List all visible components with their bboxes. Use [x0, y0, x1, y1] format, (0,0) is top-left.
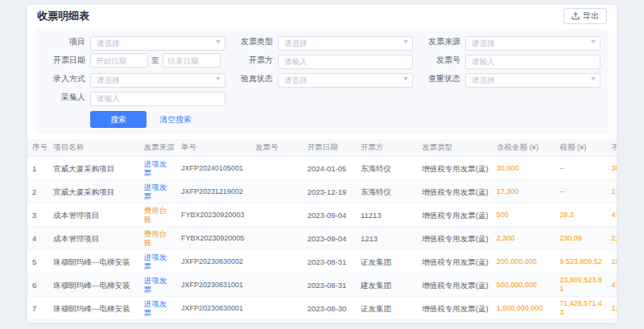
invoice-source-link[interactable]: 费用台账 [144, 229, 167, 247]
cell-issuer: 东海特仪 [356, 157, 417, 180]
cell-type: 增值税专用发票(蓝) [417, 250, 491, 273]
export-button[interactable]: 导出 [564, 8, 607, 24]
cell-amount: 200,000,000 [492, 250, 555, 273]
cell-invoice-no [250, 320, 302, 323]
cell-invoice-no [250, 180, 302, 204]
cell-amount: 17,300 [492, 180, 555, 204]
issuer-input-wrap [278, 53, 413, 68]
entry-method-label: 录入方式 [43, 73, 85, 84]
cell-invoice-no [250, 204, 302, 227]
cell-date: 2023-09-04 [303, 227, 356, 250]
cell-source: 进项发票 [139, 157, 176, 180]
collector-input[interactable] [90, 92, 225, 106]
issuer-label: 开票方 [231, 55, 273, 66]
cell-source: 费用台账 [139, 204, 176, 227]
table-row: 8 珠穆朗玛峰—电梯安装 进项发票 JXFP20230830003 2023-0… [27, 320, 617, 323]
cell-invoice-no [250, 297, 302, 320]
filter-row-1: 项目 发票类型 发票来源 [43, 35, 601, 49]
duplicate-status-label: 查重状态 [419, 73, 460, 84]
invoice-source-link[interactable]: 费用台账 [144, 206, 167, 224]
cell-tax: 9,523,809.52 [555, 250, 606, 273]
cell-issuer: 11213 [356, 204, 417, 227]
cell-issuer: 东海特仪 [356, 180, 417, 204]
invoice-no-input-wrap [465, 53, 601, 68]
cell-project: 珠穆朗玛峰—电梯安装 [48, 297, 139, 320]
cell-source: 进项发票 [139, 320, 176, 323]
invoice-detail-panel: 收票明细表 导出 项目 发票类型 [27, 5, 617, 323]
entry-method-select-input[interactable] [90, 73, 225, 88]
cell-net: 476,190,476.19 [606, 320, 617, 323]
cell-seq: 5 [27, 250, 48, 273]
clear-search-link[interactable]: 清空搜索 [159, 114, 192, 125]
panel-header: 收票明细表 导出 [27, 5, 617, 27]
invoice-type-select-input[interactable] [278, 36, 413, 51]
cell-order-no: JXFP20230831001 [176, 273, 250, 297]
cell-type: 增值税专用发票(蓝) [417, 320, 491, 323]
issuer-input[interactable] [278, 55, 413, 69]
cell-net: 1,428,571,428.57 [606, 297, 617, 320]
cell-tax: 23,809,523.81 [555, 320, 606, 323]
cell-order-no: JXFP20231219002 [176, 180, 250, 204]
cell-order-no: JXFP20230830002 [176, 250, 250, 273]
invoice-source-select-input[interactable] [465, 36, 601, 51]
invoice-source-link[interactable]: 进项发票 [144, 253, 167, 270]
cell-type: 增值税专用发票(蓝) [417, 180, 491, 204]
tax-value: -- [559, 164, 603, 173]
end-date-input[interactable] [163, 53, 221, 68]
cell-order-no: JXFP20230830001 [176, 297, 250, 320]
entry-method-select[interactable] [90, 72, 225, 86]
cell-net: 17,300 [606, 180, 617, 204]
chevron-down-icon [591, 40, 596, 43]
cell-amount: 30,000 [492, 157, 555, 180]
cell-seq: 3 [27, 204, 48, 227]
cell-project: 珠穆朗玛峰—电梯安装 [48, 250, 139, 273]
cell-type: 增值税专用发票(蓝) [417, 204, 491, 227]
table-row: 5 珠穆朗玛峰—电梯安装 进项发票 JXFP20230830002 2023-0… [27, 250, 617, 273]
tax-value: 9,523,809.52 [559, 257, 603, 266]
tax-value: 230.09 [559, 234, 603, 243]
invoice-no-label: 发票号 [419, 55, 460, 66]
filter-invoice-source: 发票来源 [419, 35, 601, 49]
filter-entry-method: 录入方式 [43, 72, 225, 86]
cell-tax: 28.3 [555, 204, 606, 227]
cell-amount: 500,000,000 [492, 320, 555, 323]
cell-project: 成本管理项目 [48, 227, 139, 250]
cell-amount: 500,000,000 [492, 273, 555, 297]
duplicate-status-select-input[interactable] [465, 73, 601, 88]
cell-seq: 1 [27, 157, 48, 180]
invoice-source-select[interactable] [465, 35, 601, 49]
cell-issuer: 建发集团 [356, 320, 417, 323]
project-select[interactable] [90, 35, 225, 49]
filter-invoice-no: 发票号 [419, 53, 601, 68]
cell-invoice-no [250, 157, 302, 180]
cell-amount: 500 [492, 204, 555, 227]
invoice-source-link[interactable]: 进项发票 [144, 299, 167, 317]
project-select-input[interactable] [90, 36, 225, 51]
filter-row-2: 开票日期 至 开票方 发票号 [43, 53, 601, 68]
cell-order-no: FYBX20230920003 [176, 204, 250, 227]
invoice-no-input[interactable] [465, 55, 601, 69]
cell-date: 2023-08-30 [303, 297, 356, 320]
invoice-source-link[interactable]: 进项发票 [144, 159, 167, 177]
date-range-separator: 至 [151, 56, 159, 66]
cell-invoice-no [250, 273, 302, 297]
invoice-source-link[interactable]: 进项发票 [144, 276, 167, 294]
verify-status-select-input[interactable] [278, 73, 413, 88]
start-date-input[interactable] [90, 53, 148, 68]
cell-project: 珠穆朗玛峰—电梯安装 [48, 273, 139, 297]
filter-project: 项目 [43, 35, 225, 49]
tax-value: 28.3 [559, 211, 603, 220]
duplicate-status-select[interactable] [465, 72, 601, 86]
cell-source: 进项发票 [139, 273, 176, 297]
invoice-date-label: 开票日期 [43, 55, 85, 66]
cell-date: 2023-08-30 [303, 320, 356, 323]
cell-project: 珠穆朗玛峰—电梯安装 [48, 320, 139, 323]
invoice-type-select[interactable] [278, 35, 413, 49]
invoice-source-link[interactable]: 进项发票 [144, 183, 167, 200]
invoice-type-label: 发票类型 [231, 36, 273, 47]
cell-amount: 1,500,000,000 [492, 297, 555, 320]
search-button[interactable]: 搜索 [90, 111, 147, 128]
project-label: 项目 [43, 36, 85, 47]
verify-status-select[interactable] [278, 72, 413, 86]
cell-project: 成本管理项目 [48, 204, 139, 227]
